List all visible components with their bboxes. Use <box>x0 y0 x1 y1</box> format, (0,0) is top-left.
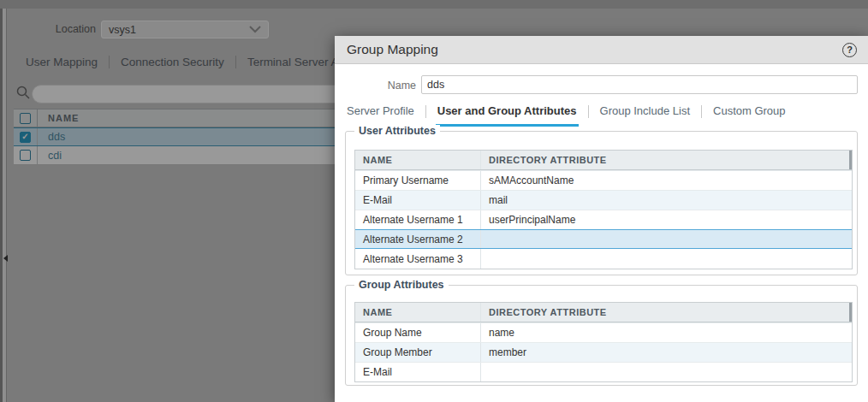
attr-row[interactable]: Group Member member <box>355 342 852 362</box>
name-field[interactable] <box>421 75 858 94</box>
attr-row[interactable]: E-Mail <box>355 362 852 381</box>
attr-row[interactable]: Primary Username sAMAccountName <box>355 170 852 190</box>
attr-row[interactable]: Group Name name <box>355 322 852 342</box>
attr-value-cell[interactable]: name <box>481 323 852 342</box>
scrollbar-gutter <box>849 151 852 169</box>
attr-name-cell: E-Mail <box>355 191 481 210</box>
attr-value-cell[interactable]: mail <box>481 191 852 210</box>
attr-name-cell: Alternate Username 2 <box>355 230 481 248</box>
column-header-name: NAME <box>355 151 481 169</box>
tab-divider <box>425 105 426 118</box>
tab-divider <box>588 105 589 118</box>
name-field-label: Name <box>335 80 416 92</box>
group-attributes-legend: Group Attributes <box>354 279 449 291</box>
column-header-directory-attribute: DIRECTORY ATTRIBUTE <box>481 151 852 169</box>
help-button[interactable]: ? <box>842 43 857 57</box>
group-mapping-dialog: Group Mapping ? Name Server Profile User… <box>335 36 868 402</box>
tab-user-and-group-attributes[interactable]: User and Group Attributes <box>436 103 579 127</box>
scrollbar-gutter <box>849 303 852 322</box>
group-attributes-fieldset: Group Attributes NAME DIRECTORY ATTRIBUT… <box>345 285 858 386</box>
attr-name-cell: E-Mail <box>355 363 481 381</box>
column-header-directory-attribute: DIRECTORY ATTRIBUTE <box>481 303 852 322</box>
attr-name-cell: Group Member <box>355 343 481 362</box>
tab-server-profile[interactable]: Server Profile <box>345 103 416 124</box>
user-attributes-fieldset: User Attributes NAME DIRECTORY ATTRIBUTE… <box>345 131 858 275</box>
attr-row[interactable]: Alternate Username 1 userPrincipalName <box>355 210 852 229</box>
attr-name-cell: Primary Username <box>355 171 481 190</box>
group-attributes-table-header: NAME DIRECTORY ATTRIBUTE <box>355 303 852 322</box>
dialog-title: Group Mapping <box>335 42 842 57</box>
tab-divider <box>701 105 702 118</box>
attr-name-cell: Group Name <box>355 323 481 342</box>
user-attributes-table-header: NAME DIRECTORY ATTRIBUTE <box>355 151 852 170</box>
question-icon: ? <box>847 44 853 55</box>
column-header-name: NAME <box>355 303 481 322</box>
attr-name-cell: Alternate Username 3 <box>355 249 481 269</box>
attr-value-cell[interactable]: member <box>481 343 852 362</box>
tab-group-include-list[interactable]: Group Include List <box>598 103 693 124</box>
attr-value-cell[interactable] <box>481 249 852 269</box>
attr-value-cell[interactable]: sAMAccountName <box>481 171 852 190</box>
attr-row[interactable]: E-Mail mail <box>355 190 852 210</box>
user-attributes-legend: User Attributes <box>354 125 440 137</box>
dialog-tabs: Server Profile User and Group Attributes… <box>345 103 788 125</box>
group-attributes-table: NAME DIRECTORY ATTRIBUTE Group Name name… <box>354 302 853 382</box>
dialog-header: Group Mapping ? <box>335 36 868 64</box>
attr-value-cell[interactable]: userPrincipalName <box>481 210 852 229</box>
attr-row[interactable]: Alternate Username 3 <box>355 249 852 269</box>
attr-name-cell: Alternate Username 1 <box>355 210 481 229</box>
attr-value-cell[interactable] <box>481 363 852 381</box>
attr-value-cell[interactable] <box>481 230 852 248</box>
tab-custom-group[interactable]: Custom Group <box>711 103 788 124</box>
user-attributes-table: NAME DIRECTORY ATTRIBUTE Primary Usernam… <box>354 150 853 269</box>
attr-row-selected[interactable]: Alternate Username 2 <box>355 229 852 249</box>
